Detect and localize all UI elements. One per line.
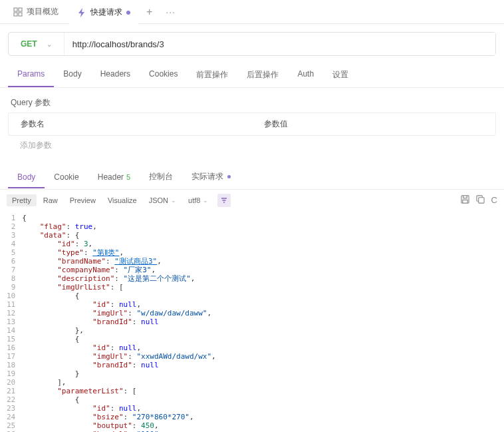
dirty-indicator [126, 11, 130, 15]
new-tab-button[interactable]: + [141, 6, 158, 18]
encoding-select[interactable]: utf8⌄ [183, 194, 213, 206]
json-body: { "flag": true, "data": { "id": 3, "type… [22, 214, 504, 432]
request-sub-tabs: Params Body Headers Cookies 前置操作 后置操作 Au… [0, 64, 504, 88]
format-raw[interactable]: Raw [38, 194, 63, 206]
tabs-overflow-button[interactable]: ··· [160, 7, 181, 17]
subtab-settings[interactable]: 设置 [323, 64, 358, 87]
response-actions: C [461, 195, 497, 206]
lightning-icon [77, 8, 86, 17]
resp-tab-actual-request[interactable]: 实际请求 [182, 166, 240, 189]
subtab-cookies[interactable]: Cookies [140, 64, 187, 87]
subtab-post-request[interactable]: 后置操作 [237, 64, 288, 87]
resp-tab-body[interactable]: Body [8, 167, 45, 188]
url-input[interactable] [64, 33, 495, 55]
svg-rect-2 [14, 13, 17, 16]
http-method-select[interactable]: GET ⌄ [9, 33, 64, 55]
tab-label: 项目概览 [27, 6, 59, 17]
save-icon[interactable] [461, 195, 469, 206]
copy-icon[interactable] [476, 195, 485, 206]
svg-rect-3 [19, 13, 22, 16]
subtab-params[interactable]: Params [8, 64, 54, 87]
subtab-auth[interactable]: Auth [288, 64, 323, 87]
header-count-badge: 5 [126, 173, 130, 181]
format-preview[interactable]: Preview [64, 194, 101, 206]
response-format-bar: Pretty Raw Preview Visualize JSON⌄ utf8⌄… [0, 190, 504, 211]
filter-icon[interactable] [217, 194, 231, 207]
content-type-select[interactable]: JSON⌄ [144, 194, 182, 206]
grid-icon [13, 7, 23, 17]
subtab-headers[interactable]: Headers [91, 64, 140, 87]
svg-rect-0 [14, 8, 17, 11]
tab-project-overview[interactable]: 项目概览 [5, 0, 66, 24]
svg-rect-8 [478, 198, 483, 203]
method-label: GET [21, 39, 37, 49]
param-name-header: 参数名 [9, 113, 252, 135]
expand-icon[interactable]: C [491, 195, 497, 206]
subtab-pre-request[interactable]: 前置操作 [187, 64, 237, 87]
format-visualize[interactable]: Visualize [102, 194, 142, 206]
param-table-header: 参数名 参数值 [8, 112, 496, 136]
chevron-down-icon: ⌄ [171, 197, 176, 204]
response-code-viewer[interactable]: 1234567891011121314151617181920212223242… [0, 211, 504, 432]
resp-tab-cookie[interactable]: Cookie [45, 167, 88, 188]
chevron-down-icon: ⌄ [203, 197, 208, 204]
tab-quick-request[interactable]: 快捷请求 [69, 0, 138, 24]
param-value-header: 参数值 [252, 113, 495, 135]
query-params-section: Query 参数 参数名 参数值 添加参数 [0, 88, 504, 160]
top-tabs-bar: 项目概览 快捷请求 + ··· [0, 0, 504, 24]
resp-tab-console[interactable]: 控制台 [140, 166, 182, 189]
resp-tab-header[interactable]: Header5 [88, 167, 140, 188]
query-params-title: Query 参数 [8, 93, 496, 112]
subtab-body[interactable]: Body [54, 64, 90, 87]
svg-rect-1 [19, 8, 22, 11]
tab-label: 快捷请求 [90, 7, 122, 18]
line-numbers-gutter: 1234567891011121314151617181920212223242… [0, 214, 22, 432]
add-param-row[interactable]: 添加参数 [8, 136, 496, 155]
chevron-down-icon: ⌄ [47, 41, 52, 48]
indicator-dot [227, 175, 231, 178]
request-bar: GET ⌄ [8, 32, 496, 56]
response-tabs: Body Cookie Header5 控制台 实际请求 [0, 166, 504, 190]
format-pretty[interactable]: Pretty [7, 194, 37, 206]
